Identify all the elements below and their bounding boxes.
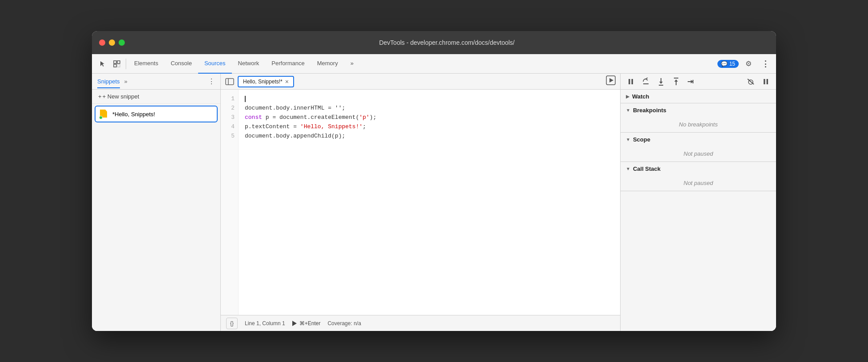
svg-rect-22: [764, 79, 765, 84]
step-over-icon: [642, 78, 650, 86]
svg-rect-3: [117, 64, 120, 67]
toolbar-right: 💬 15 ⚙ ⋮: [717, 57, 772, 71]
cursor-position: Line 1, Column 1: [245, 320, 285, 327]
step-icon: [687, 78, 695, 86]
pause-button[interactable]: [624, 75, 637, 88]
main-toolbar: Elements Console Sources Network Perform…: [92, 54, 776, 74]
settings-button[interactable]: ⚙: [741, 57, 756, 71]
snippet-item-hello[interactable]: *Hello, Snippets!: [95, 106, 218, 122]
close-button[interactable]: [99, 39, 105, 46]
run-icon: [606, 75, 616, 85]
tab-performance[interactable]: Performance: [265, 54, 311, 74]
new-snippet-label: + New snippet: [103, 93, 139, 100]
snippets-menu-button[interactable]: ⋮: [208, 77, 215, 86]
call-stack-section-header[interactable]: ▼ Call Stack: [621, 162, 776, 175]
call-stack-section: ▼ Call Stack Not paused: [621, 162, 776, 191]
run-snippet-button[interactable]: [606, 75, 616, 87]
chat-icon: 💬: [721, 61, 728, 67]
file-tab-name: Hello, Snippets!*: [243, 79, 283, 85]
sidebar-toggle-button[interactable]: [223, 75, 236, 88]
more-icon: ⋮: [761, 59, 769, 69]
deactivate-breakpoints-button[interactable]: [744, 75, 757, 88]
tab-more[interactable]: »: [344, 54, 360, 74]
code-line-3: const p = document.createElement('p');: [245, 113, 614, 122]
new-snippet-button[interactable]: + + New snippet: [92, 90, 220, 104]
window-title: DevTools - developer.chrome.com/docs/dev…: [125, 39, 769, 46]
svg-rect-1: [117, 61, 120, 63]
step-out-icon: [672, 78, 680, 86]
snippet-file-icon: [100, 110, 109, 118]
watch-section-header[interactable]: ▶ Watch: [621, 90, 776, 103]
maximize-button[interactable]: [119, 39, 125, 46]
editor-status-bar: {} Line 1, Column 1 ⌘+Enter Coverage: n/…: [221, 315, 620, 331]
toolbar-separator: [126, 59, 126, 69]
file-tab-hello-snippets[interactable]: Hello, Snippets!* ×: [238, 76, 294, 87]
file-tab-close-button[interactable]: ×: [285, 79, 289, 85]
call-stack-arrow-icon: ▼: [626, 166, 630, 171]
tab-sources[interactable]: Sources: [198, 54, 232, 74]
format-button[interactable]: {}: [226, 318, 238, 329]
badge-count: 15: [729, 61, 735, 67]
line-num-1: 1: [221, 94, 238, 103]
inspect-element-button[interactable]: [110, 57, 124, 71]
select-tool-button[interactable]: [96, 57, 110, 71]
run-with-shortcut[interactable]: ⌘+Enter: [292, 320, 321, 327]
line-num-2: 2: [221, 103, 238, 113]
step-into-button[interactable]: [654, 75, 668, 88]
watch-section: ▶ Watch: [621, 90, 776, 103]
svg-rect-23: [767, 79, 768, 84]
editor-tabs-bar: Hello, Snippets!* ×: [221, 74, 620, 90]
pause-exception-icon: [762, 78, 769, 85]
notifications-badge[interactable]: 💬 15: [717, 60, 739, 68]
pause-icon: [627, 78, 634, 85]
scope-section-header[interactable]: ▼ Scope: [621, 133, 776, 146]
code-editor[interactable]: 1 2 3 4 5 document.body.innerHTML = ''; …: [221, 90, 620, 315]
step-button[interactable]: [685, 75, 698, 88]
snippets-panel-header: Snippets » ⋮: [92, 74, 220, 90]
svg-rect-4: [226, 79, 234, 85]
plus-icon: +: [98, 93, 102, 100]
code-line-5: document.body.appendChild(p);: [245, 131, 614, 141]
code-line-2: document.body.innerHTML = '';: [245, 103, 614, 113]
breakpoints-arrow-icon: ▼: [626, 108, 630, 113]
format-icon: {}: [230, 320, 234, 327]
coverage-label: Coverage: n/a: [327, 320, 361, 327]
pause-exception-button[interactable]: [759, 75, 772, 88]
step-out-button[interactable]: [669, 75, 683, 88]
svg-rect-0: [114, 61, 116, 63]
breakpoints-section-header[interactable]: ▼ Breakpoints: [621, 103, 776, 117]
watch-arrow-icon: ▶: [626, 94, 629, 99]
scope-section-label: Scope: [633, 136, 650, 143]
snippets-more-tabs[interactable]: »: [122, 77, 130, 86]
step-into-icon: [657, 78, 665, 86]
run-shortcut-label: ⌘+Enter: [299, 320, 321, 327]
tab-memory[interactable]: Memory: [311, 54, 344, 74]
line-num-4: 4: [221, 122, 238, 131]
more-menu-button[interactable]: ⋮: [758, 57, 772, 71]
tab-elements[interactable]: Elements: [128, 54, 164, 74]
tab-console[interactable]: Console: [164, 54, 198, 74]
text-cursor: [245, 96, 246, 102]
main-content: Snippets » ⋮ + + New snippet *Hello, Sni…: [92, 74, 776, 331]
svg-marker-12: [659, 82, 663, 84]
svg-marker-7: [609, 78, 613, 83]
traffic-lights: [99, 39, 125, 46]
svg-rect-9: [632, 79, 633, 84]
code-content[interactable]: document.body.innerHTML = ''; const p = …: [239, 90, 620, 315]
debugger-toolbar: [621, 74, 776, 90]
snippets-tab-label[interactable]: Snippets: [97, 78, 120, 88]
snippet-name: *Hello, Snippets!: [112, 111, 155, 118]
call-stack-content: Not paused: [621, 175, 776, 191]
call-stack-section-label: Call Stack: [633, 165, 661, 172]
code-line-4: p.textContent = 'Hello, Snippets!';: [245, 122, 614, 131]
step-over-button[interactable]: [639, 75, 653, 88]
titlebar: DevTools - developer.chrome.com/docs/dev…: [92, 31, 776, 54]
run-triangle-icon: [292, 321, 297, 326]
minimize-button[interactable]: [109, 39, 115, 46]
line-num-3: 3: [221, 113, 238, 122]
debugger-panel: ▶ Watch ▼ Breakpoints No breakpoints ▼ S…: [621, 74, 776, 331]
gear-icon: ⚙: [745, 59, 752, 68]
snippet-active-dot: [99, 116, 103, 119]
breakpoints-content: No breakpoints: [621, 117, 776, 132]
tab-network[interactable]: Network: [232, 54, 266, 74]
